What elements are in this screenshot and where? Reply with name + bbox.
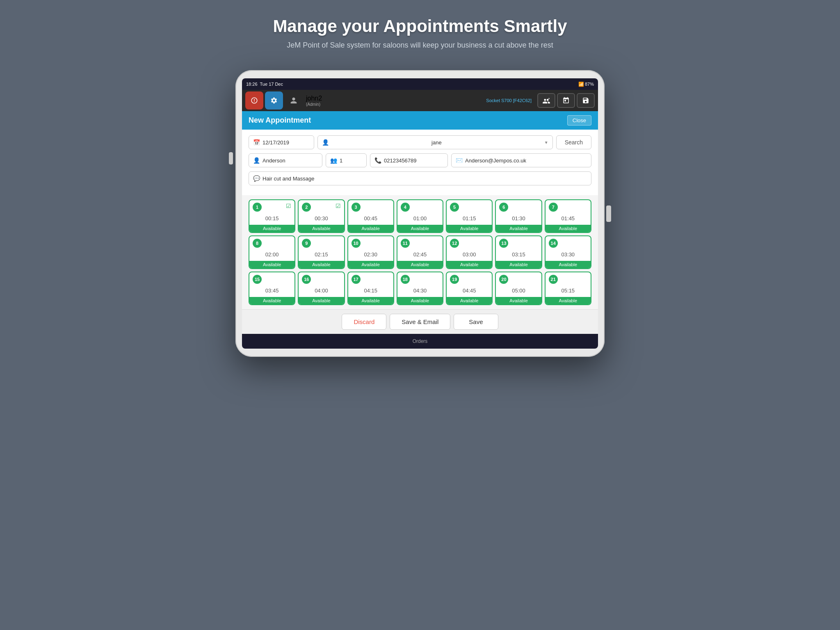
slot-card-4[interactable]: 4 01:00 Available [397, 199, 443, 233]
slot-badge: 3 [352, 203, 361, 212]
slot-time: 02:45 [413, 250, 427, 259]
slot-badge: 5 [450, 203, 459, 212]
form-row-2: 👤 Anderson 👥 1 📞 02123456789 ✉️ Anderson… [249, 153, 591, 167]
calendar-icon: 📅 [253, 139, 260, 146]
save-toolbar-button[interactable] [577, 93, 595, 108]
email-field[interactable]: ✉️ Anderson@Jempos.co.uk [451, 153, 591, 167]
home-indicator[interactable] [606, 205, 611, 222]
device-name: Socket S700 [F42C62] [486, 98, 532, 103]
slot-status: Available [546, 297, 591, 304]
slot-card-16[interactable]: 16 04:00 Available [298, 272, 345, 305]
slot-status: Available [299, 225, 344, 232]
slot-card-2[interactable]: 2 ☑ 00:30 Available [298, 199, 345, 233]
slot-card-21[interactable]: 21 05:15 Available [545, 272, 591, 305]
customer-icon: 👤 [322, 139, 329, 146]
slot-card-11[interactable]: 11 02:45 Available [397, 235, 443, 269]
slot-card-17[interactable]: 17 04:15 Available [347, 272, 394, 305]
slot-card-12[interactable]: 12 03:00 Available [446, 235, 493, 269]
slot-badge: 10 [352, 239, 361, 248]
slot-card-18[interactable]: 18 04:30 Available [397, 272, 443, 305]
slot-status: Available [496, 225, 541, 232]
hero-subtitle: JeM Point of Sale system for saloons wil… [287, 41, 553, 50]
slot-badge: 1 [253, 203, 262, 212]
discard-button[interactable]: Discard [342, 314, 386, 330]
name-field[interactable]: 👤 Anderson [249, 153, 322, 167]
slot-badge: 19 [450, 275, 459, 284]
form-row-3: 💬 Hair cut and Massage [249, 171, 591, 185]
slot-card-13[interactable]: 13 03:15 Available [495, 235, 542, 269]
slot-card-3[interactable]: 3 00:45 Available [347, 199, 394, 233]
slot-status: Available [496, 261, 541, 268]
avatar-button[interactable] [285, 91, 303, 110]
dropdown-arrow-icon: ▼ [544, 140, 548, 145]
slot-time: 01:30 [512, 214, 525, 223]
slot-time: 01:45 [562, 214, 575, 223]
modal-header: New Appointment Close [242, 111, 598, 130]
orders-nav-item[interactable]: Orders [413, 338, 428, 344]
slot-time: 03:00 [463, 250, 476, 259]
slot-time: 04:45 [463, 286, 476, 295]
phone-field[interactable]: 📞 02123456789 [370, 153, 448, 167]
slot-time: 00:15 [265, 214, 279, 223]
settings-button[interactable] [265, 91, 283, 110]
slot-card-6[interactable]: 6 01:30 Available [495, 199, 542, 233]
slot-time: 01:15 [463, 214, 476, 223]
slot-badge: 7 [549, 203, 558, 212]
slot-badge: 9 [302, 239, 311, 248]
group-icon: 👥 [330, 157, 337, 164]
slot-time: 04:30 [413, 286, 427, 295]
phone-value: 02123456789 [384, 158, 417, 164]
date-field[interactable]: 📅 12/17/2019 [249, 135, 314, 149]
person-icon: 👤 [253, 157, 260, 164]
customer-dropdown[interactable]: 👤 jane ▼ [317, 135, 553, 149]
notes-field[interactable]: 💬 Hair cut and Massage [249, 171, 591, 185]
hero-title: Manage your Appointments Smartly [273, 16, 567, 36]
group-size-field[interactable]: 👥 1 [326, 153, 367, 167]
slot-card-10[interactable]: 10 02:30 Available [347, 235, 394, 269]
status-date: Tue 17 Dec [260, 82, 283, 87]
save-button[interactable]: Save [454, 314, 498, 330]
calendar-button[interactable] [557, 93, 575, 108]
slot-time: 02:15 [315, 250, 328, 259]
slot-card-8[interactable]: 8 02:00 Available [249, 235, 295, 269]
slot-time: 00:30 [315, 214, 328, 223]
name-value: Anderson [262, 158, 285, 164]
slot-card-5[interactable]: 5 01:15 Available [446, 199, 493, 233]
slot-status: Available [546, 225, 591, 232]
slot-status: Available [397, 261, 443, 268]
email-value: Anderson@Jempos.co.uk [465, 158, 526, 164]
status-time: 18:26 [246, 82, 258, 87]
slot-badge: 17 [352, 275, 361, 284]
slot-time: 05:00 [512, 286, 525, 295]
slot-status: Available [348, 225, 393, 232]
slot-card-9[interactable]: 9 02:15 Available [298, 235, 345, 269]
slot-badge: 15 [253, 275, 262, 284]
slot-badge: 21 [549, 275, 558, 284]
search-button[interactable]: Search [556, 135, 591, 149]
slot-status: Available [496, 297, 541, 304]
toolbar-role: (Admin) [306, 102, 322, 107]
slot-status: Available [249, 261, 294, 268]
slot-card-14[interactable]: 14 03:30 Available [545, 235, 591, 269]
modal-title: New Appointment [249, 116, 311, 125]
add-customer-button[interactable]: + [537, 93, 555, 108]
wifi-icon: 📶 [578, 82, 584, 87]
slot-card-19[interactable]: 19 04:45 Available [446, 272, 493, 305]
slot-card-7[interactable]: 7 01:45 Available [545, 199, 591, 233]
tablet-screen: 18:26 Tue 17 Dec 📶 87% [242, 78, 598, 349]
slot-time: 04:15 [364, 286, 377, 295]
slot-status: Available [249, 297, 294, 304]
slot-badge: 8 [253, 239, 262, 248]
slot-check-icon: ☑ [286, 203, 291, 209]
slot-card-15[interactable]: 15 03:45 Available [249, 272, 295, 305]
slot-status: Available [299, 261, 344, 268]
slot-badge: 2 [302, 203, 311, 212]
close-button[interactable]: Close [567, 115, 591, 126]
slot-card-20[interactable]: 20 05:00 Available [495, 272, 542, 305]
slot-badge: 4 [401, 203, 410, 212]
slot-card-1[interactable]: 1 ☑ 00:15 Available [249, 199, 295, 233]
toolbar-action-buttons: + [537, 93, 595, 108]
slot-status: Available [299, 297, 344, 304]
save-email-button[interactable]: Save & Email [390, 314, 450, 330]
power-button[interactable] [245, 91, 263, 110]
